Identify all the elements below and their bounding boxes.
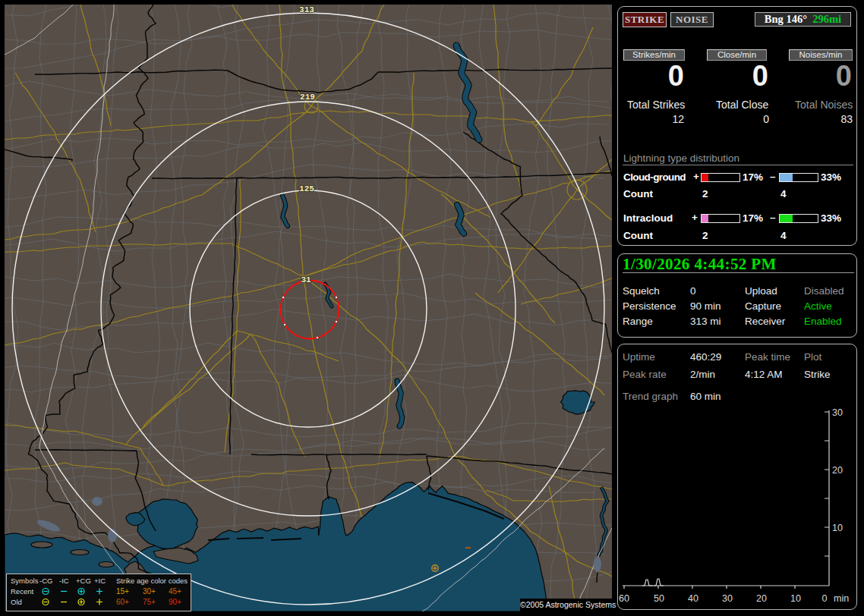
svg-text:+IC: +IC [94,577,106,585]
svg-text:75+: 75+ [143,598,156,606]
svg-text:125: 125 [299,184,314,193]
svg-text:60+: 60+ [116,598,129,606]
svg-text:-CG: -CG [39,577,52,585]
svg-text:313: 313 [299,5,314,14]
svg-text:-IC: -IC [59,577,69,585]
svg-text:90+: 90+ [169,598,181,606]
svg-text:+CG: +CG [76,577,91,585]
svg-text:219: 219 [300,93,315,102]
svg-text:31: 31 [301,275,311,284]
svg-text:15+: 15+ [116,587,129,596]
svg-text:Old: Old [11,598,22,606]
svg-text:45+: 45+ [169,587,181,596]
svg-text:Symbols: Symbols [11,577,39,585]
svg-text:Strike age color codes: Strike age color codes [116,577,188,585]
svg-text:30+: 30+ [143,587,156,596]
svg-text:Recent: Recent [11,587,33,596]
